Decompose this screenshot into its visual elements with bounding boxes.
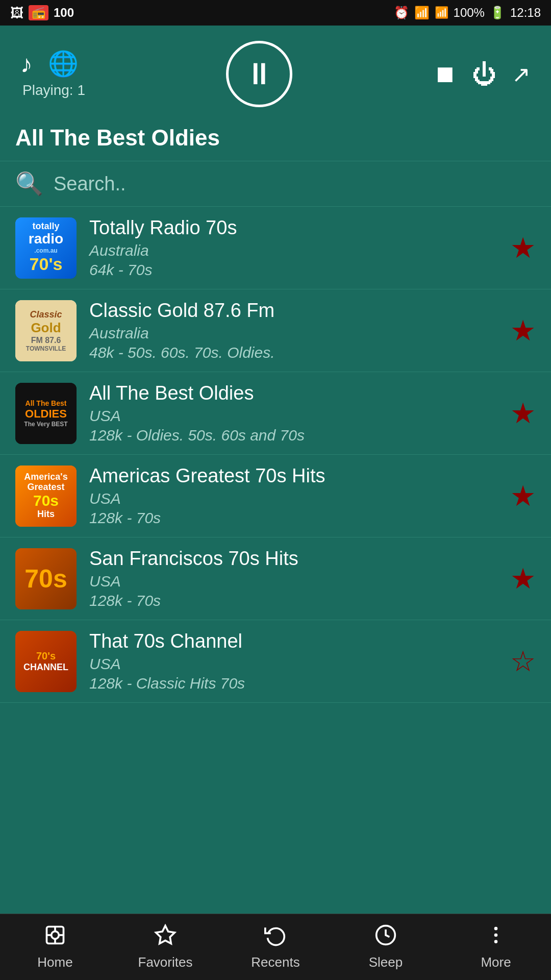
sleep-icon [374,924,397,951]
pause-icon: ⏸ [244,59,274,89]
home-icon [44,924,66,951]
top-right-controls: ⏹ ⏻ ↗ [433,60,531,88]
station-logo: 70's CHANNEL [15,631,77,692]
nav-sleep-label: Sleep [369,954,403,970]
station-name: Americas Greatest 70s Hits [89,465,497,487]
signal-count: 100 [54,6,74,20]
list-item[interactable]: totally radio .com.au 70's Totally Radio… [0,207,551,289]
battery-label: 100% [454,6,485,20]
station-meta: 64k - 70s [89,261,497,279]
svg-point-1 [52,932,59,939]
status-bar: 🖼 📻 12:18 100 ⏰ 📶 📶 100% 🔋 12:18 [0,0,551,26]
station-logo: totally radio .com.au 70's [15,217,77,279]
station-name: Totally Radio 70s [89,217,497,239]
recents-icon [264,924,287,951]
playing-label: Playing: 1 [22,82,85,99]
favorite-star[interactable]: ★ [510,399,536,428]
nav-recents[interactable]: Recents [220,914,331,980]
bottom-nav: Home Favorites Recents Sleep [0,914,551,980]
list-item[interactable]: All The Best OLDIES The Very BEST All Th… [0,372,551,455]
list-item[interactable]: 70s San Franciscos 70s Hits USA 128k - 7… [0,537,551,620]
top-left-controls: ♪ 🌐 Playing: 1 [20,50,85,99]
station-info: Classic Gold 87.6 Fm Australia 48k - 50s… [89,300,497,361]
station-logo: Classic Gold FM 87.6 TOWNSVILLE [15,300,77,361]
wifi-icon: 📶 [414,6,430,20]
station-info: That 70s Channel USA 128k - Classic Hits… [89,630,497,692]
svg-marker-6 [156,926,175,944]
station-meta: 128k - Classic Hits 70s [89,675,497,692]
station-logo: 70s [15,548,77,609]
station-name: All The Best Oldies [89,382,497,404]
svg-point-8 [494,927,498,930]
signal-icon: 📶 [435,6,448,19]
station-logo: All The Best OLDIES The Very BEST [15,383,77,444]
battery-icon: 🔋 [490,6,505,20]
station-info: All The Best Oldies USA 128k - Oldies. 5… [89,382,497,444]
status-right: ⏰ 📶 📶 100% 🔋 12:18 [394,6,541,20]
station-country: USA [89,655,497,673]
station-info: San Franciscos 70s Hits USA 128k - 70s [89,548,497,609]
list-item[interactable]: 70's CHANNEL That 70s Channel USA 128k -… [0,620,551,703]
station-country: USA [89,407,497,425]
more-icon [485,924,507,951]
pause-button[interactable]: ⏸ [226,41,292,107]
station-name: San Franciscos 70s Hits [89,548,497,570]
station-logo: America's Greatest 70s Hits [15,465,77,527]
favorite-star[interactable]: ★ [510,565,536,593]
station-name: That 70s Channel [89,630,497,652]
station-country: USA [89,573,497,590]
nav-home-label: Home [37,954,72,970]
time-display: 12:18 [510,6,541,20]
list-item[interactable]: America's Greatest 70s Hits Americas Gre… [0,455,551,537]
power-icon[interactable]: ⏻ [472,60,496,88]
station-country: Australia [89,325,497,342]
favorites-icon [154,924,177,951]
station-info: Totally Radio 70s Australia 64k - 70s [89,217,497,279]
nav-home[interactable]: Home [0,914,110,980]
nav-sleep[interactable]: Sleep [331,914,441,980]
station-meta: 48k - 50s. 60s. 70s. Oldies. [89,344,497,361]
station-info: Americas Greatest 70s Hits USA 128k - 70… [89,465,497,527]
nav-more-label: More [481,954,511,970]
music-icon[interactable]: ♪ [20,50,33,78]
svg-point-9 [494,934,498,937]
nav-recents-label: Recents [251,954,299,970]
app-title: All The Best Oldies [0,117,551,161]
station-meta: 128k - 70s [89,509,497,527]
svg-point-10 [494,940,498,944]
share-icon[interactable]: ↗ [512,61,531,87]
search-input[interactable] [54,173,536,195]
nav-favorites[interactable]: Favorites [110,914,220,980]
globe-icon[interactable]: 🌐 [48,50,79,78]
favorite-star[interactable]: ★ [510,234,536,262]
favorite-star[interactable]: ★ [510,316,536,345]
favorite-star[interactable]: ☆ [510,647,536,676]
nav-more[interactable]: More [441,914,551,980]
stop-icon[interactable]: ⏹ [433,60,457,88]
station-list: totally radio .com.au 70's Totally Radio… [0,207,551,703]
search-icon: 🔍 [15,170,43,197]
station-meta: 128k - 70s [89,592,497,609]
list-item[interactable]: Classic Gold FM 87.6 TOWNSVILLE Classic … [0,289,551,372]
alarm-icon: ⏰ [394,6,409,20]
radio-icon: 📻 [29,5,48,20]
station-name: Classic Gold 87.6 Fm [89,300,497,322]
search-container: 🔍 [0,161,551,207]
station-meta: 128k - Oldies. 50s. 60s and 70s [89,427,497,444]
station-country: USA [89,490,497,507]
nav-favorites-label: Favorites [138,954,193,970]
status-left: 🖼 📻 12:18 100 [10,5,74,21]
top-controls: ♪ 🌐 Playing: 1 ⏸ ⏹ ⏻ ↗ [0,26,551,117]
favorite-star[interactable]: ★ [510,482,536,510]
station-country: Australia [89,242,497,259]
photo-icon: 🖼 [10,5,23,21]
